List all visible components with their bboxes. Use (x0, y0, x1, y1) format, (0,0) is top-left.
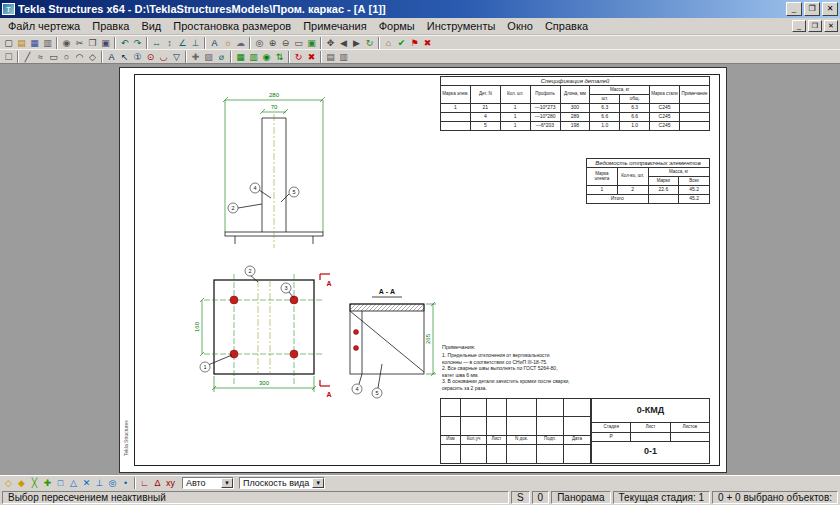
zoom-in-icon[interactable]: ⊕ (266, 37, 279, 49)
section-view-icon[interactable]: ▥ (247, 51, 260, 63)
menu-view[interactable]: Вид (135, 19, 167, 33)
check-drawing-icon[interactable]: ✔ (395, 37, 408, 49)
mdi-window-buttons: _ ❐ ✕ (790, 20, 838, 32)
vertical-dimension-icon[interactable]: ↕ (163, 37, 176, 49)
bolt-mark-icon[interactable]: ⊙ (144, 51, 157, 63)
pan-icon[interactable]: ✥ (324, 37, 337, 49)
note-line: 3. В основании детали зачистить кромки п… (442, 378, 570, 391)
menu-window[interactable]: Окно (501, 19, 539, 33)
zoom-window-icon[interactable]: ▭ (292, 37, 305, 49)
weld-mark-icon[interactable]: ◡ (157, 51, 170, 63)
arc-tool-icon[interactable]: ◠ (73, 51, 86, 63)
relative-coordinates-icon[interactable]: Δ (151, 477, 164, 489)
minimize-button[interactable]: _ (786, 2, 802, 16)
numeric-location-icon[interactable]: xy (164, 477, 177, 489)
menu-drawing-file[interactable]: Файл чертежа (2, 19, 86, 33)
align-views-icon[interactable]: ⇅ (273, 51, 286, 63)
menu-help[interactable]: Справка (539, 19, 594, 33)
restore-button[interactable]: ❐ (804, 2, 820, 16)
menubar: Файл чертежаПравкаВидПростановка размеро… (0, 18, 840, 35)
line-tool-icon[interactable]: ╱ (21, 51, 34, 63)
update-marks-icon[interactable]: ↻ (292, 51, 305, 63)
axis-tool-icon[interactable]: ✚ (189, 51, 202, 63)
snap-endpoint-icon[interactable]: □ (54, 477, 67, 489)
menu-tools[interactable]: Инструменты (421, 19, 502, 33)
view-section-a-a[interactable]: А - А 265 (340, 284, 442, 400)
create-view-icon[interactable]: ▦ (234, 51, 247, 63)
text-note-icon[interactable]: A (105, 51, 118, 63)
snap-center-icon[interactable]: ◎ (106, 477, 119, 489)
print-icon[interactable]: ▥ (41, 37, 54, 49)
cloud-tool-icon[interactable]: ☁ (234, 37, 247, 49)
sheet-margin-text: Tekla Structures (123, 420, 129, 456)
menu-edit[interactable]: Правка (86, 19, 135, 33)
print-preview-icon[interactable]: ▥ (337, 51, 350, 63)
next-view-icon[interactable]: ▶ (350, 37, 363, 49)
cut-icon[interactable]: ✂ (73, 37, 86, 49)
delete-view-icon[interactable]: ✖ (305, 51, 318, 63)
undo-icon[interactable]: ↶ (118, 37, 131, 49)
menu-items: Файл чертежаПравкаВидПростановка размеро… (2, 19, 594, 33)
horizontal-dimension-icon[interactable]: ↔ (150, 37, 163, 49)
paste-icon[interactable]: ▣ (99, 37, 112, 49)
mdi-restore-button[interactable]: ❐ (808, 20, 822, 32)
polyline-tool-icon[interactable]: ≈ (34, 51, 47, 63)
snap-reference-icon[interactable]: ◇ (2, 477, 15, 489)
chevron-down-icon[interactable]: ▼ (221, 478, 233, 488)
save-icon[interactable]: ▦ (28, 37, 41, 49)
snap-nearest-icon[interactable]: ╳ (28, 477, 41, 489)
redo-icon[interactable]: ↷ (131, 37, 144, 49)
menu-annotations[interactable]: Примечания (297, 19, 373, 33)
part-mark-icon[interactable]: ① (131, 51, 144, 63)
rectangle-tool-icon[interactable]: ▭ (47, 51, 60, 63)
symbol-tool-icon[interactable]: ☼ (221, 37, 234, 49)
ortho-toggle-icon[interactable]: ∟ (138, 477, 151, 489)
close-drawing-icon[interactable]: ✖ (421, 37, 434, 49)
revision-flag-icon[interactable]: ⚑ (408, 37, 421, 49)
snap-mode-combo[interactable]: Авто ▼ (182, 477, 234, 489)
view-plan[interactable]: 300 160 А А 2 (192, 264, 338, 400)
close-button[interactable]: ✕ (822, 2, 838, 16)
text-tool-icon[interactable]: A (208, 37, 221, 49)
hatch-tool-icon[interactable]: ▨ (202, 51, 215, 63)
open-model-icon[interactable]: ⌂ (382, 37, 395, 49)
level-mark-icon[interactable]: ▽ (170, 51, 183, 63)
menu-shapes[interactable]: Формы (373, 19, 421, 33)
previous-view-icon[interactable]: ◀ (337, 37, 350, 49)
layout-icon[interactable]: ▤ (324, 51, 337, 63)
perpendicular-dimension-icon[interactable]: ⊥ (189, 37, 202, 49)
menu-dimensioning[interactable]: Простановка размеров (167, 19, 297, 33)
copy-icon[interactable]: ❐ (86, 37, 99, 49)
open-drawing-icon[interactable]: ▤ (15, 37, 28, 49)
measure-tool-icon[interactable]: ⌀ (215, 51, 228, 63)
cell: 1 (500, 104, 530, 113)
mdi-minimize-button[interactable]: _ (792, 20, 806, 32)
fit-work-area-icon[interactable]: ▣ (305, 37, 318, 49)
snapshot-icon[interactable]: ◉ (60, 37, 73, 49)
chevron-down-icon[interactable]: ▼ (312, 478, 324, 488)
snap-midpoint-icon[interactable]: △ (67, 477, 80, 489)
drawing-sheet[interactable]: Tekla Structures 280 70 (120, 68, 726, 472)
smart-select-icon[interactable]: ☐ (2, 51, 15, 63)
drawing-canvas[interactable]: Tekla Structures 280 70 (0, 63, 840, 475)
snap-intersection-icon[interactable]: ✕ (80, 477, 93, 489)
snap-any-icon[interactable]: ✚ (41, 477, 54, 489)
rev-col-label: N док. (507, 435, 537, 444)
polygon-tool-icon[interactable]: ◇ (86, 51, 99, 63)
zoom-out-icon[interactable]: ⊖ (279, 37, 292, 49)
leader-note-icon[interactable]: ↖ (118, 51, 131, 63)
cell: 2 (617, 186, 648, 195)
snap-perpendicular-icon[interactable]: ⊥ (93, 477, 106, 489)
new-drawing-icon[interactable]: ▢ (2, 37, 15, 49)
angle-dimension-icon[interactable]: ∠ (176, 37, 189, 49)
view-plane-combo[interactable]: Плоскость вида ▼ (239, 477, 325, 489)
cell: 1 (587, 186, 618, 195)
view-elevation[interactable]: 280 70 2 (215, 86, 335, 258)
redraw-icon[interactable]: ↻ (363, 37, 376, 49)
snap-geometry-icon[interactable]: ◆ (15, 477, 28, 489)
detail-view-icon[interactable]: ◉ (260, 51, 273, 63)
circle-tool-icon[interactable]: ○ (60, 51, 73, 63)
mdi-close-button[interactable]: ✕ (824, 20, 838, 32)
zoom-original-icon[interactable]: ◎ (253, 37, 266, 49)
snap-free-icon[interactable]: • (119, 477, 132, 489)
